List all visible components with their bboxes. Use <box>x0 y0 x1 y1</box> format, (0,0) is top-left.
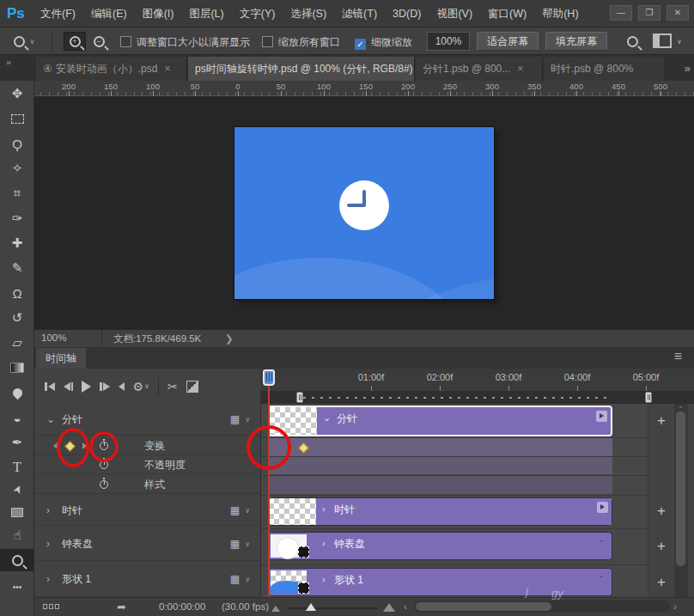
path-select-tool[interactable]: ➤ <box>0 478 34 500</box>
zoom-all-windows-checkbox[interactable]: 缩放所有窗口 <box>262 35 340 50</box>
timeline-panel-tab[interactable]: 时间轴 <box>36 348 86 369</box>
menu-image[interactable]: 图像(I) <box>135 0 182 27</box>
timeline-settings-button[interactable]: ⚙∨ <box>133 379 149 394</box>
next-keyframe-icon[interactable] <box>82 442 87 449</box>
zoom-level-field[interactable]: 100% <box>427 32 470 51</box>
canvas-viewport[interactable] <box>34 96 694 329</box>
scroll-right-icon[interactable]: › <box>673 601 677 612</box>
tab-document-3[interactable]: 分针1.psb @ 800... × <box>416 57 543 81</box>
search-icon[interactable] <box>627 36 638 47</box>
chevron-right-icon[interactable]: › <box>46 573 50 585</box>
split-clip-button[interactable]: ✂ <box>167 379 178 394</box>
menu-window[interactable]: 窗口(W) <box>480 0 534 27</box>
tab-close-icon[interactable]: × <box>164 63 170 75</box>
add-media-button[interactable]: + <box>648 412 674 430</box>
crop-tool[interactable]: ⌗ <box>0 182 34 204</box>
chevron-right-icon[interactable]: › <box>322 538 326 548</box>
prev-keyframe-icon[interactable] <box>53 442 58 449</box>
eraser-tool[interactable]: ▱ <box>0 332 34 354</box>
transition-button[interactable] <box>186 379 198 394</box>
checkbox-icon[interactable] <box>262 36 273 47</box>
scrollbar-thumb[interactable] <box>416 602 551 611</box>
opacity-track[interactable] <box>268 457 612 474</box>
checkbox-checked-icon[interactable]: ✓ <box>355 39 366 50</box>
work-area-end-handle[interactable] <box>645 392 652 403</box>
keyframe-diamond-icon[interactable] <box>64 441 76 452</box>
stopwatch-icon[interactable] <box>100 442 108 450</box>
clip-minute-hand[interactable]: ⌄ 分针 <box>268 406 612 436</box>
blur-tool[interactable] <box>0 381 34 404</box>
chevron-down-icon[interactable]: ∨ <box>245 416 250 424</box>
menu-help[interactable]: 帮助(H) <box>534 0 586 27</box>
render-video-icon[interactable]: ➦ <box>117 601 126 613</box>
hand-tool[interactable]: ☝ <box>0 524 34 546</box>
healing-brush-tool[interactable]: ✚ <box>0 232 34 254</box>
tab-document-1[interactable]: ④ 安装时动画（小）.psd × <box>36 57 187 81</box>
collapse-dash-icon[interactable]: - <box>600 570 603 582</box>
menu-view[interactable]: 视图(V) <box>429 0 480 27</box>
first-frame-button[interactable] <box>45 379 55 394</box>
clip-menu-icon[interactable] <box>596 411 607 422</box>
menu-file[interactable]: 文件(F) <box>33 0 83 27</box>
panel-menu-icon[interactable]: ≡ <box>674 349 682 364</box>
collapse-dash-icon[interactable]: - <box>600 534 603 546</box>
chevron-right-icon[interactable]: › <box>46 504 50 516</box>
play-button[interactable] <box>82 379 91 394</box>
panel-collapse-icon[interactable]: » <box>6 57 9 67</box>
chevron-down-icon[interactable]: ∨ <box>245 576 250 583</box>
status-zoom-level[interactable]: 100% <box>41 332 93 343</box>
timeline-zoom-slider[interactable] <box>289 607 378 609</box>
canvas-document[interactable] <box>234 127 494 299</box>
layer-row-shape-1[interactable]: › 形状 1 ▦ ∨ <box>34 562 260 597</box>
property-row-opacity[interactable]: 不透明度 <box>34 456 260 474</box>
timeline-ruler[interactable]: 01:00f 02:00f 03:00f 04:00f 05:00f <box>260 369 694 392</box>
chevron-right-icon[interactable]: › <box>46 538 50 550</box>
menu-layer[interactable]: 图层(L) <box>181 0 231 27</box>
history-brush-tool[interactable]: ↺ <box>0 307 34 329</box>
chevron-down-icon[interactable]: ⌄ <box>46 413 55 425</box>
status-chevron-icon[interactable]: ❯ <box>225 332 234 345</box>
property-row-style[interactable]: 样式 <box>34 475 260 494</box>
more-tools[interactable]: ••• <box>0 576 34 598</box>
resize-windows-checkbox[interactable]: 调整窗口大小以满屏显示 <box>120 35 250 50</box>
timeline-zoom-out-icon[interactable] <box>271 606 280 612</box>
tab-document-4[interactable]: 时针.psb @ 800% <box>544 57 666 81</box>
clone-stamp-tool[interactable]: Ω <box>0 282 34 304</box>
zoom-out-button[interactable]: − <box>88 32 110 51</box>
layer-row-clock-face[interactable]: › 钟表盘 ▦ ∨ <box>34 527 260 561</box>
menu-edit[interactable]: 编辑(E) <box>83 0 135 27</box>
video-track-icon[interactable]: ▦ <box>230 538 240 550</box>
close-button[interactable]: ✕ <box>667 5 689 21</box>
frame-animation-icon[interactable] <box>43 604 59 609</box>
maximize-button[interactable]: ❐ <box>638 5 661 21</box>
playhead[interactable] <box>263 369 275 386</box>
gradient-tool[interactable] <box>0 357 34 379</box>
tab-overflow-icon[interactable]: » <box>685 62 691 75</box>
checkbox-icon[interactable] <box>120 36 131 47</box>
tab-close-icon[interactable]: × <box>517 63 523 75</box>
menu-select[interactable]: 选择(S) <box>283 0 334 27</box>
menu-filter[interactable]: 滤镜(T) <box>334 0 385 27</box>
video-track-icon[interactable]: ▦ <box>230 413 240 425</box>
magic-wand-tool[interactable]: ✧ <box>0 157 34 180</box>
fill-screen-button[interactable]: 填充屏幕 <box>545 32 607 51</box>
workspace-layout-icon[interactable] <box>653 34 672 48</box>
timeline-zoom-in-icon[interactable] <box>383 603 395 612</box>
layer-row-minute-hand[interactable]: ⌄ 分针 ▦ ∨ <box>34 404 260 436</box>
fit-screen-button[interactable]: 适合屏幕 <box>477 32 539 51</box>
move-tool[interactable]: ✥ <box>0 82 34 105</box>
timeline-zoom-thumb[interactable] <box>306 603 316 611</box>
tab-document-2-active[interactable]: ps时间轴旋转时钟.psd @ 100% (分针, RGB/8#) * × <box>188 57 415 81</box>
zoom-tool-preset[interactable]: ∨ <box>7 32 41 51</box>
scrubby-zoom-checkbox[interactable]: ✓细微缩放 <box>355 35 412 50</box>
menu-type[interactable]: 文字(Y) <box>232 0 283 27</box>
style-track[interactable] <box>268 476 612 494</box>
previous-frame-button[interactable] <box>64 379 74 394</box>
menu-3d[interactable]: 3D(D) <box>385 0 429 27</box>
add-media-button[interactable]: + <box>648 538 674 555</box>
marquee-tool[interactable] <box>0 107 34 130</box>
add-media-button[interactable]: + <box>648 503 674 520</box>
eyedropper-tool[interactable]: ✑ <box>0 207 34 229</box>
chevron-down-icon[interactable]: ∨ <box>245 506 250 514</box>
scroll-up-icon[interactable]: ⌃ <box>678 406 684 413</box>
